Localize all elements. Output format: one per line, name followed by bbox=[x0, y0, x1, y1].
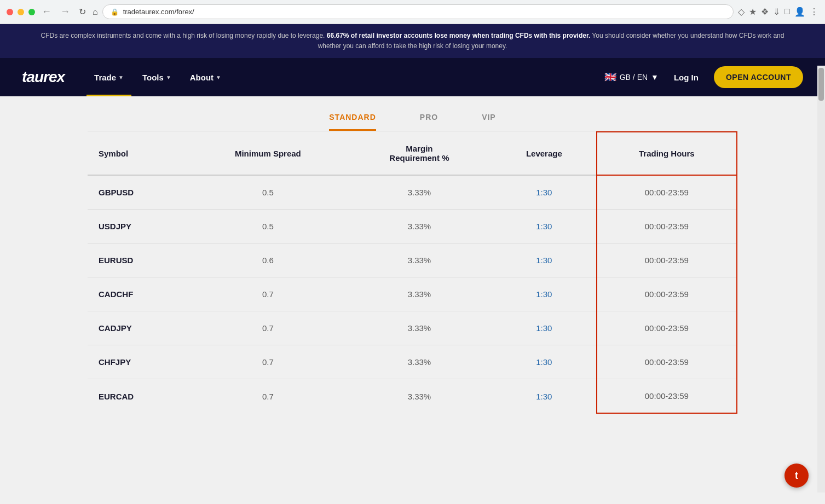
cell-spread: 0.7 bbox=[189, 345, 347, 379]
cell-trading-hours: 00:00-23:59 bbox=[597, 379, 737, 414]
browser-chrome: ← → ↻ ⌂ 🔒 tradetaurex.com/forex/ ◇ ★ ❖ ⇓… bbox=[0, 0, 825, 24]
refresh-button[interactable]: ↻ bbox=[77, 5, 88, 18]
chevron-down-icon: ▼ bbox=[166, 74, 171, 80]
banner-text-bold: 66.67% of retail investor accounts lose … bbox=[327, 32, 590, 39]
forex-table: Symbol Minimum Spread MarginRequirement … bbox=[88, 131, 737, 414]
puzzle-icon[interactable]: ❖ bbox=[761, 7, 769, 17]
table-row: CADCHF 0.7 3.33% 1:30 00:00-23:59 bbox=[88, 277, 737, 311]
th-symbol: Symbol bbox=[88, 132, 189, 175]
locale-text: GB / EN bbox=[620, 73, 648, 82]
tab-pro[interactable]: PRO bbox=[420, 107, 438, 131]
scrollbar-thumb[interactable] bbox=[818, 68, 824, 101]
chevron-down-icon: ▼ bbox=[216, 74, 221, 80]
cell-spread: 0.7 bbox=[189, 311, 347, 345]
cell-trading-hours: 00:00-23:59 bbox=[597, 277, 737, 311]
cell-trading-hours: 00:00-23:59 bbox=[597, 311, 737, 345]
home-button[interactable]: ⌂ bbox=[93, 7, 98, 17]
table-row: GBPUSD 0.5 3.33% 1:30 00:00-23:59 bbox=[88, 175, 737, 210]
cell-spread: 0.5 bbox=[189, 210, 347, 244]
login-button[interactable]: Log In bbox=[667, 69, 705, 85]
tab-standard[interactable]: STANDARD bbox=[329, 107, 376, 131]
window-icon[interactable]: □ bbox=[784, 7, 790, 17]
tab-standard-label: STANDARD bbox=[329, 113, 376, 121]
cell-spread: 0.7 bbox=[189, 277, 347, 311]
table-body: GBPUSD 0.5 3.33% 1:30 00:00-23:59 USDJPY… bbox=[88, 175, 737, 413]
cell-margin: 3.33% bbox=[347, 277, 492, 311]
forward-arrow[interactable]: → bbox=[58, 5, 72, 19]
menu-icon[interactable]: ⋮ bbox=[810, 7, 818, 17]
chevron-down-icon: ▼ bbox=[651, 73, 659, 82]
nav-label-tools: Tools bbox=[142, 73, 164, 82]
account-type-tabs: STANDARD PRO VIP bbox=[0, 96, 825, 131]
cell-leverage: 1:30 bbox=[492, 210, 597, 244]
cell-margin: 3.33% bbox=[347, 175, 492, 210]
th-margin: MarginRequirement % bbox=[347, 132, 492, 175]
table-row: EURUSD 0.6 3.33% 1:30 00:00-23:59 bbox=[88, 244, 737, 277]
cell-trading-hours: 00:00-23:59 bbox=[597, 345, 737, 379]
scrollbar-track[interactable] bbox=[817, 66, 825, 452]
nav-right: 🇬🇧 GB / EN ▼ Log In OPEN ACCOUNT bbox=[604, 66, 803, 88]
cell-spread: 0.7 bbox=[189, 379, 347, 414]
th-leverage: Leverage bbox=[492, 132, 597, 175]
cell-trading-hours: 00:00-23:59 bbox=[597, 244, 737, 277]
table-row: CHFJPY 0.7 3.33% 1:30 00:00-23:59 bbox=[88, 345, 737, 379]
chevron-down-icon: ▼ bbox=[118, 74, 124, 80]
cell-symbol: CHFJPY bbox=[88, 345, 189, 379]
flag-icon: 🇬🇧 bbox=[604, 73, 616, 82]
lock-icon: 🔒 bbox=[111, 8, 119, 16]
cell-spread: 0.6 bbox=[189, 244, 347, 277]
cell-margin: 3.33% bbox=[347, 210, 492, 244]
cell-symbol: GBPUSD bbox=[88, 175, 189, 210]
bookmark-icon[interactable]: ★ bbox=[749, 7, 757, 17]
cell-symbol: EURCAD bbox=[88, 379, 189, 414]
risk-warning-banner: CFDs are complex instruments and come wi… bbox=[0, 24, 825, 58]
back-arrow[interactable]: ← bbox=[39, 5, 54, 19]
cell-leverage: 1:30 bbox=[492, 277, 597, 311]
cell-margin: 3.33% bbox=[347, 345, 492, 379]
cell-symbol: CADCHF bbox=[88, 277, 189, 311]
minimize-btn[interactable] bbox=[18, 9, 24, 15]
cell-leverage: 1:30 bbox=[492, 345, 597, 379]
table-row: USDJPY 0.5 3.33% 1:30 00:00-23:59 bbox=[88, 210, 737, 244]
banner-text-start: CFDs are complex instruments and come wi… bbox=[41, 32, 327, 39]
cell-symbol: CADJPY bbox=[88, 311, 189, 345]
nav-label-about: About bbox=[190, 73, 214, 82]
cell-leverage: 1:30 bbox=[492, 175, 597, 210]
profile-icon[interactable]: 👤 bbox=[794, 7, 805, 17]
cell-leverage: 1:30 bbox=[492, 379, 597, 414]
download-icon[interactable]: ⇓ bbox=[773, 7, 780, 17]
cell-trading-hours: 00:00-23:59 bbox=[597, 175, 737, 210]
nav-item-about[interactable]: About ▼ bbox=[182, 68, 229, 86]
open-account-button[interactable]: OPEN ACCOUNT bbox=[714, 66, 803, 88]
cell-symbol: EURUSD bbox=[88, 244, 189, 277]
nav-item-trade[interactable]: Trade ▼ bbox=[86, 68, 131, 86]
tab-pro-label: PRO bbox=[420, 113, 438, 121]
cell-leverage: 1:30 bbox=[492, 244, 597, 277]
maximize-btn[interactable] bbox=[28, 9, 35, 15]
cell-margin: 3.33% bbox=[347, 244, 492, 277]
extensions-icon[interactable]: ◇ bbox=[738, 7, 745, 17]
chrome-actions: ◇ ★ ❖ ⇓ □ 👤 ⋮ bbox=[738, 7, 818, 17]
nav-links: Trade ▼ Tools ▼ About ▼ bbox=[86, 68, 604, 86]
forex-table-container: Symbol Minimum Spread MarginRequirement … bbox=[88, 131, 737, 414]
nav-item-tools[interactable]: Tools ▼ bbox=[135, 68, 179, 86]
logo[interactable]: taurex bbox=[22, 68, 65, 86]
th-trading-hours: Trading Hours bbox=[597, 132, 737, 175]
page-content: STANDARD PRO VIP Symbol Minimum Spread bbox=[0, 96, 825, 452]
table-row: EURCAD 0.7 3.33% 1:30 00:00-23:59 bbox=[88, 379, 737, 414]
table-row: CADJPY 0.7 3.33% 1:30 00:00-23:59 bbox=[88, 311, 737, 345]
th-min-spread: Minimum Spread bbox=[189, 132, 347, 175]
close-btn[interactable] bbox=[7, 9, 13, 15]
nav-label-trade: Trade bbox=[94, 73, 116, 82]
cell-margin: 3.33% bbox=[347, 379, 492, 414]
locale-selector[interactable]: 🇬🇧 GB / EN ▼ bbox=[604, 73, 659, 82]
cell-leverage: 1:30 bbox=[492, 311, 597, 345]
tab-vip[interactable]: VIP bbox=[482, 107, 496, 131]
cell-margin: 3.33% bbox=[347, 311, 492, 345]
cell-trading-hours: 00:00-23:59 bbox=[597, 210, 737, 244]
tab-vip-label: VIP bbox=[482, 113, 496, 121]
address-bar[interactable]: 🔒 tradetaurex.com/forex/ bbox=[102, 4, 734, 19]
url-text: tradetaurex.com/forex/ bbox=[123, 8, 194, 16]
cell-spread: 0.5 bbox=[189, 175, 347, 210]
main-nav: taurex Trade ▼ Tools ▼ About ▼ 🇬🇧 GB / E… bbox=[0, 58, 825, 96]
